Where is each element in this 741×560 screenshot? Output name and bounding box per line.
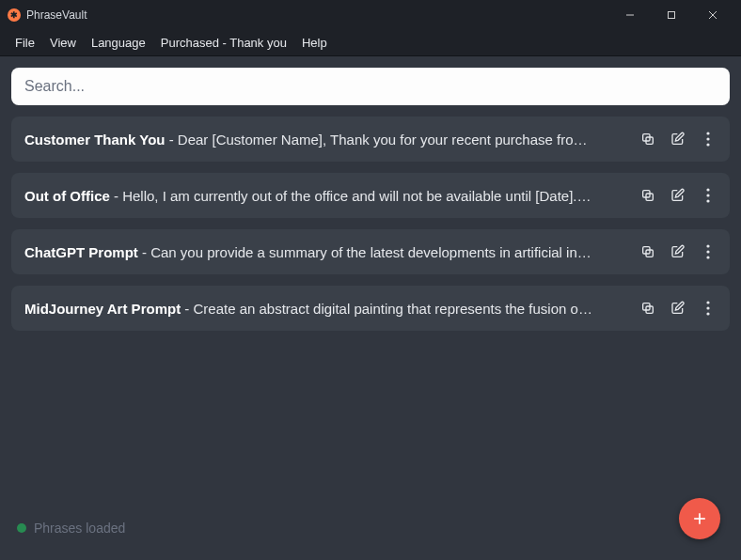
search-input[interactable] [11,68,730,105]
status-dot-icon [17,523,26,533]
phrase-title: MidJourney Art Prompt [24,301,181,317]
svg-point-6 [706,132,709,134]
phrase-text: ChatGPT Prompt - Can you provide a summa… [24,244,630,260]
list-item[interactable]: Customer Thank You - Dear [Customer Name… [11,117,730,162]
more-icon[interactable] [700,243,717,260]
svg-rect-1 [669,12,675,19]
copy-icon[interactable] [639,300,656,317]
more-icon[interactable] [700,131,717,148]
copy-icon[interactable] [639,243,656,260]
edit-icon[interactable] [670,300,686,317]
phrase-list: Customer Thank You - Dear [Customer Name… [11,117,730,331]
more-icon[interactable] [700,187,717,204]
menu-purchased[interactable]: Purchased - Thank you [153,34,294,52]
item-actions [639,131,717,148]
svg-point-12 [706,194,709,196]
item-actions [639,187,717,204]
phrase-body: Can you provide a summary of the latest … [150,244,591,260]
status-text: Phrases loaded [34,521,125,536]
copy-icon[interactable] [639,187,656,204]
list-item[interactable]: MidJourney Art Prompt - Create an abstra… [11,286,730,331]
list-item[interactable]: ChatGPT Prompt - Can you provide a summa… [11,229,730,274]
svg-point-22 [706,306,709,309]
menubar: File View Language Purchased - Thank you… [0,30,741,56]
add-phrase-button[interactable] [679,498,720,539]
menu-help[interactable]: Help [294,34,335,52]
edit-icon[interactable] [670,187,686,204]
edit-icon[interactable] [670,243,686,260]
menu-file[interactable]: File [8,34,42,52]
more-icon[interactable] [700,300,717,317]
phrase-body: Hello, I am currently out of the office … [122,188,591,204]
statusbar: Phrases loaded [17,521,125,536]
svg-point-18 [706,256,709,258]
titlebar: ✱ PhraseVault [0,0,741,30]
svg-point-23 [706,312,709,315]
phrase-title: Customer Thank You [24,132,165,148]
menu-view[interactable]: View [42,34,84,52]
content-area: Customer Thank You - Dear [Customer Name… [0,56,741,560]
svg-point-11 [706,188,709,191]
minimize-button[interactable] [609,0,651,30]
maximize-button[interactable] [651,0,692,30]
svg-point-21 [706,301,709,303]
svg-point-8 [706,143,709,146]
phrase-title: ChatGPT Prompt [24,244,138,260]
titlebar-left: ✱ PhraseVault [8,8,87,22]
item-actions [639,243,717,260]
phrase-body: Create an abstract digital painting that… [193,301,591,317]
window-controls [609,0,733,30]
svg-point-16 [706,244,709,247]
menu-language[interactable]: Language [84,34,153,52]
plus-icon [690,509,709,528]
phrase-title: Out of Office [24,188,110,204]
item-actions [639,300,717,317]
edit-icon[interactable] [670,131,686,148]
svg-point-13 [706,199,709,202]
svg-point-17 [706,250,709,253]
phrase-body: Dear [Customer Name], Thank you for your… [178,132,588,148]
svg-point-7 [706,137,709,140]
app-title: PhraseVault [26,8,87,22]
phrase-text: Out of Office - Hello, I am currently ou… [24,188,630,204]
close-button[interactable] [692,0,733,30]
phrase-text: Customer Thank You - Dear [Customer Name… [24,132,630,148]
app-icon: ✱ [8,8,21,22]
copy-icon[interactable] [639,131,656,148]
phrase-text: MidJourney Art Prompt - Create an abstra… [24,301,630,317]
list-item[interactable]: Out of Office - Hello, I am currently ou… [11,173,730,218]
